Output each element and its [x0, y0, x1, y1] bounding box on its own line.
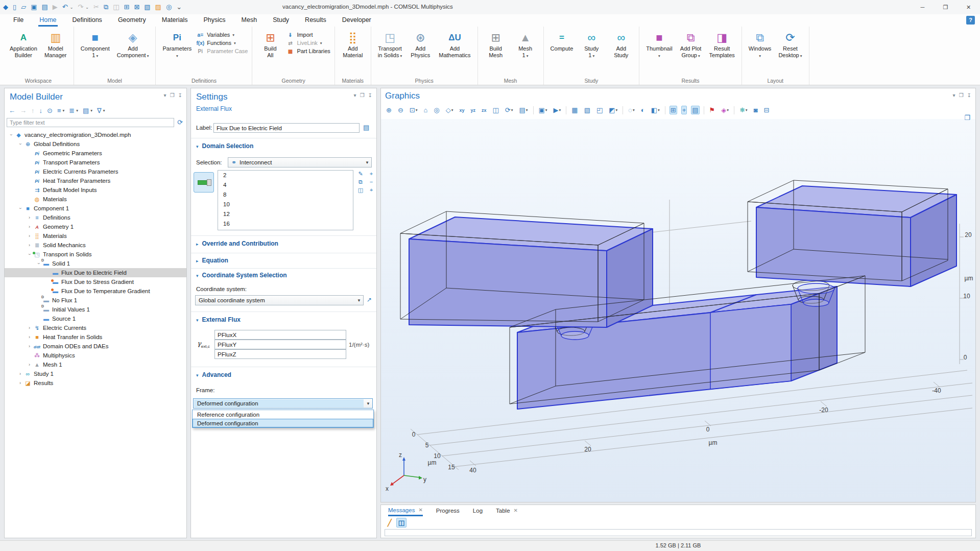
open-file-icon[interactable]: ▱	[21, 0, 26, 14]
tree-expander-icon[interactable]: ›	[17, 380, 23, 386]
zoom-to-selection-icon[interactable]: ⌖	[367, 187, 376, 194]
panel-float-icon[interactable]: ❐	[959, 92, 964, 98]
cut-icon[interactable]: ✂	[93, 0, 99, 14]
menu-tab-results[interactable]: Results	[304, 14, 327, 27]
selection-color-icon[interactable]: ⚑	[708, 106, 716, 114]
parameters-button[interactable]: PiParameters ▾	[160, 29, 194, 77]
tree-expander-icon[interactable]: ›	[8, 132, 14, 137]
help-button[interactable]: ?	[966, 16, 975, 25]
menu-tab-file[interactable]: File	[12, 14, 25, 27]
domain-list-item[interactable]: 10	[218, 200, 353, 209]
build-all-button[interactable]: ⊞BuildAll	[256, 29, 284, 77]
tab-progress[interactable]: Progress	[436, 505, 460, 516]
copy-selection-icon[interactable]: ⧉	[356, 179, 365, 185]
domain-selection-list[interactable]: 248101216	[218, 170, 353, 230]
scene-settings-icon[interactable]: ▤▾	[518, 106, 529, 114]
panel-menu-icon[interactable]: ▾	[164, 92, 166, 98]
mesh-1-button[interactable]: ▲Mesh1 ▾	[512, 29, 539, 77]
tab-messages[interactable]: Messages✕	[388, 505, 423, 516]
part-libraries-button[interactable]: ▦Part Libraries	[286, 48, 330, 54]
menu-tab-definitions[interactable]: Definitions	[71, 14, 103, 27]
model-manager-button[interactable]: ▥ModelManager	[42, 29, 69, 77]
label-field[interactable]	[213, 123, 360, 133]
tree-item[interactable]: ▬Flux Due to Temperature Gradient	[5, 286, 186, 296]
rotate-view-icon[interactable]: ⟳▾	[504, 106, 514, 114]
livelink-button[interactable]: ⇄LiveLink▾	[286, 40, 330, 46]
minimize-button[interactable]: ─	[911, 0, 934, 14]
menu-tab-geometry[interactable]: Geometry	[117, 14, 147, 27]
close-button[interactable]: ✕	[957, 0, 980, 14]
camera-icon[interactable]: ◙	[753, 106, 759, 114]
delete-icon[interactable]: ⊠	[134, 0, 139, 14]
redo-icon[interactable]: ↷	[78, 0, 83, 14]
tree-expander-icon[interactable]: ›	[26, 233, 33, 238]
domain-list-item[interactable]: 8	[218, 190, 353, 200]
tree-item[interactable]: ◍Materials	[5, 195, 186, 204]
tree-expander-icon[interactable]: ›	[26, 334, 33, 340]
add-material-button[interactable]: ⣿AddMaterial	[339, 29, 367, 77]
expand-all-icon[interactable]: ≣	[69, 107, 75, 114]
nav-back-icon[interactable]: ←	[9, 107, 15, 114]
create-selection-icon[interactable]: ✎	[356, 171, 365, 177]
go-to-source-icon[interactable]: ↗	[367, 296, 372, 303]
maximize-button[interactable]: ❐	[934, 0, 957, 14]
paste-icon[interactable]: ◫	[113, 0, 119, 14]
go-to-view-icon[interactable]: ◫	[492, 106, 500, 114]
tree-item[interactable]: PiElectric Currents Parameters	[5, 167, 186, 176]
zoom-in-icon[interactable]: ⊕	[385, 106, 393, 114]
zoom-extents-icon[interactable]: ⊡▾	[409, 106, 419, 114]
menu-tab-physics[interactable]: Physics	[202, 14, 226, 27]
selection-combobox[interactable]: ⚭ Interconnect ▼	[228, 157, 372, 167]
material-color-icon[interactable]: ◈▾	[720, 106, 730, 114]
refresh-icon[interactable]: ⟳	[177, 118, 183, 126]
transport-in-solids-button[interactable]: ◳Transportin Solids ▾	[375, 29, 404, 77]
domain-list-item[interactable]: 2	[218, 171, 353, 180]
tree-item[interactable]: ›↯Electric Currents	[5, 323, 186, 332]
nav-forward-icon[interactable]: →	[20, 107, 27, 114]
study-1-button[interactable]: ∞Study1 ▾	[578, 29, 605, 77]
tree-expander-icon[interactable]: ›	[17, 371, 23, 376]
tree-item[interactable]: ›◆vacancy_electromigration_3Dmodel.mph	[5, 130, 186, 139]
tree-expander-icon[interactable]: ›	[17, 206, 23, 211]
print-icon[interactable]: ⊟	[762, 106, 770, 114]
domain-list-item[interactable]: 16	[218, 219, 353, 229]
tree-item[interactable]: ›■Heat Transfer in Solids	[5, 332, 186, 342]
hide-objects-icon[interactable]: ◌▾	[627, 106, 636, 114]
tree-item[interactable]: ›d/dtDomain ODEs and DAEs	[5, 342, 186, 351]
tree-item[interactable]: ▬Flux Due to Electric Field	[5, 268, 186, 277]
zoom-to-selection-icon[interactable]: ◎	[433, 106, 440, 114]
paste-selection-icon[interactable]: ◫	[356, 187, 365, 194]
qat-customize-icon[interactable]: ⌄	[176, 0, 182, 14]
import-button[interactable]: ⇓Import	[286, 32, 330, 38]
deselect-mode-icon[interactable]: ▧	[583, 106, 591, 114]
axes-toggle-icon[interactable]: +	[681, 106, 687, 114]
tree-expander-icon[interactable]: ›	[26, 215, 33, 220]
thumbnail-button[interactable]: ■Thumbnail ▾	[643, 29, 675, 77]
tree-item[interactable]: ▬DNo Flux 1	[5, 296, 186, 305]
tree-expander-icon[interactable]: ›	[26, 344, 33, 349]
tree-expander-icon[interactable]: ›	[26, 362, 33, 367]
tree-item[interactable]: PiHeat Transfer Parameters	[5, 176, 186, 185]
section-external-flux[interactable]: ▾External Flux	[196, 316, 241, 323]
flux-z-field[interactable]	[214, 349, 346, 359]
view-orientation-icon[interactable]: ◇▾	[445, 106, 455, 114]
tree-item[interactable]: ›◪Results	[5, 378, 186, 388]
duplicate-icon[interactable]: ⊞	[124, 0, 129, 14]
save-as-icon[interactable]: ▤	[41, 0, 47, 14]
tree-item[interactable]: ⇉Default Model Inputs	[5, 185, 186, 195]
flux-y-field[interactable]	[214, 340, 346, 349]
selection-menu-icon[interactable]: ◩▾	[608, 106, 618, 114]
menu-tab-study[interactable]: Study	[272, 14, 290, 27]
zoom-out-icon[interactable]: ⊖	[397, 106, 404, 114]
new-file-icon[interactable]: ▯	[13, 0, 16, 14]
panel-float-icon[interactable]: ❐	[360, 92, 365, 98]
panel-menu-icon[interactable]: ▾	[953, 92, 955, 98]
tab-table[interactable]: Table✕	[496, 505, 518, 516]
menu-tab-materials[interactable]: Materials	[161, 14, 189, 27]
panel-float-icon[interactable]: ❐	[170, 92, 175, 98]
table-settings-icon[interactable]: ◫	[396, 518, 407, 528]
select-mode-icon[interactable]: ▦	[570, 106, 579, 114]
frame-combobox[interactable]: Deformed configuration ▼	[193, 398, 373, 409]
tree-item[interactable]: PiTransport Parameters	[5, 158, 186, 167]
tree-item[interactable]: ›⊕Global Definitions	[5, 139, 186, 149]
